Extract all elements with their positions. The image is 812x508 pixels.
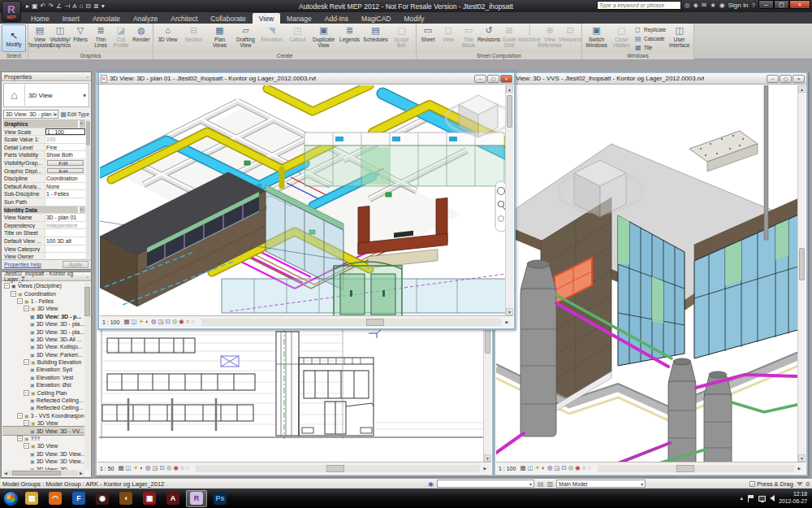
remote-app-icon[interactable]: ▣ [139, 490, 160, 507]
tree-item[interactable]: − ▣ 1 - Felles [2, 297, 84, 305]
app-titlebar[interactable]: RMEP ▸▣↶↷∠⊣A⌂⊟≣▾ Autodesk Revit MEP 2012… [0, 0, 812, 12]
ribbon-tab[interactable]: Architect [164, 13, 204, 24]
ribbon-tab[interactable]: Modify [397, 13, 430, 24]
ribbon-button[interactable]: ▭Title Block [459, 24, 478, 48]
ribbon-button[interactable]: ◳Callout [285, 24, 310, 42]
property-row[interactable]: Sub-Discipline 1 - Felles [3, 190, 85, 198]
property-row[interactable]: View Owner [3, 253, 85, 258]
worksharing-display-icon[interactable]: ◌ [587, 464, 590, 472]
tree-item[interactable]: − ▣ Ceiling Plan [2, 389, 84, 396]
floating-3d-view-window[interactable]: R 3D View: 3D - plan 01 - Jtest02_ihopsa… [97, 72, 516, 330]
unlock-view-icon[interactable]: ○ [180, 464, 184, 472]
communication-center-icon[interactable]: ✉ [702, 2, 707, 9]
shadows-icon[interactable]: ◐ [145, 318, 149, 326]
fsecure-icon[interactable]: F [68, 490, 89, 507]
visual-style-icon[interactable]: ◫ [126, 464, 132, 472]
sign-in-link[interactable]: Sign In [728, 2, 749, 9]
property-row[interactable]: Title on Sheet [3, 229, 85, 237]
design-option-combo[interactable]: Main Model▾ [556, 480, 646, 488]
ribbon-small-button[interactable]: ◻Replicate [635, 26, 666, 33]
ribbon-button[interactable]: ▣Duplicate View [311, 24, 336, 48]
filter-icon[interactable] [797, 482, 803, 486]
visual-style-icon[interactable]: ◫ [132, 318, 137, 326]
property-row[interactable]: View Category [3, 245, 85, 254]
tree-expander-icon[interactable]: − [24, 420, 29, 426]
browser-vertical-scrollbar[interactable] [84, 282, 90, 470]
ribbon-tab[interactable]: Analyze [127, 13, 164, 24]
undo-icon[interactable]: ↶ [41, 1, 46, 11]
tree-expander-icon[interactable]: − [17, 298, 23, 304]
ribbon-tab[interactable]: MagiCAD [355, 13, 397, 24]
property-row[interactable]: Visibility/Grap... Edit... [3, 159, 85, 167]
ribbon-button[interactable]: ≣Legends [337, 24, 362, 42]
tree-item[interactable]: − ▣ 3D View: Kollisjo... [2, 343, 84, 350]
close-button[interactable]: × [793, 75, 805, 83]
explorer-icon[interactable]: ▤ [21, 490, 42, 507]
ribbon-tab[interactable]: Home [24, 13, 56, 24]
gray-inactive-icon[interactable]: ▥ [547, 480, 554, 488]
reveal-hidden-icon[interactable]: ◉ [173, 464, 179, 472]
property-row[interactable]: Scale Value 1: 100 [3, 136, 85, 144]
vvs-3d-view-window[interactable]: R 3D View: 3D - VVS - Jtest02_ihopsatt -… [494, 72, 808, 476]
workset-combo[interactable]: ▾ [437, 480, 534, 488]
press-drag-checkbox[interactable]: ✓Press & Drag [749, 480, 793, 488]
sun-path-icon[interactable]: ☀ [139, 318, 145, 326]
property-row[interactable]: View Name 3D - plan 01 [3, 214, 85, 222]
ribbon-button[interactable]: ▽Filters [71, 24, 90, 42]
temporary-hide-icon[interactable]: ◎ [172, 318, 178, 326]
measure-icon[interactable]: ∠ [56, 1, 62, 11]
browser-horizontal-scrollbar[interactable]: ◀▶ [2, 470, 84, 476]
favorites-icon[interactable]: ★ [710, 2, 715, 9]
photoshop-icon[interactable]: Ps [209, 490, 231, 507]
show-rendering-icon[interactable]: ◍ [547, 464, 553, 472]
tree-item[interactable]: − ▣ Elevation: Vest [2, 374, 84, 381]
tree-item[interactable]: − ▣ 3D View [2, 305, 84, 312]
panel-label-windows[interactable]: Windows [582, 53, 693, 59]
open-icon[interactable]: ▸ [26, 1, 29, 11]
minimize-button[interactable]: – [767, 75, 779, 83]
ribbon-button[interactable]: ▤Schedules [363, 24, 388, 42]
ribbon-button[interactable]: ┆Matchline [520, 24, 539, 42]
infocenter-search-input[interactable] [597, 1, 681, 10]
tree-expander-icon[interactable]: − [11, 291, 16, 297]
ribbon-tab[interactable]: Add-Ins [318, 13, 355, 24]
ribbon-tab[interactable]: View [253, 13, 280, 24]
tree-expander-icon[interactable]: − [24, 443, 29, 449]
tree-item[interactable]: − ▣ Building Elevation [2, 358, 84, 366]
help-icon[interactable]: ? [752, 2, 755, 9]
media-app-icon[interactable]: ◖ [115, 490, 136, 507]
tree-item[interactable]: − ▣ 3D View: 3D - pla... [2, 328, 84, 335]
floating-window-titlebar[interactable]: R 3D View: 3D - plan 01 - Jtest02_ihopsa… [99, 73, 514, 85]
crop-view-icon[interactable]: ◳ [554, 464, 559, 472]
tree-item[interactable]: − ▣ 3D View: 3D-All ... [2, 336, 84, 343]
detail-level-icon[interactable]: ▦ [520, 464, 525, 472]
ribbon-button[interactable]: ▢Scope Box [389, 24, 414, 48]
apply-button[interactable]: Apply [63, 261, 89, 268]
thin-lines-icon[interactable]: ≣ [93, 1, 99, 11]
tree-expander-icon[interactable]: − [17, 436, 23, 441]
reveal-hidden-icon[interactable]: ◉ [575, 464, 581, 472]
project-browser-header[interactable]: Jtest02_ihopsatt - Kontor og Lager_2...▫ [2, 272, 91, 281]
restore-button[interactable]: ▢ [780, 75, 792, 83]
ribbon-button[interactable]: ▤View Templates [30, 24, 50, 48]
view-instance-combo[interactable]: 3D View: 3D - plan i▾ [3, 110, 58, 119]
autocad-icon[interactable]: A [162, 490, 184, 507]
search-icon[interactable]: ◎ [685, 2, 690, 9]
close-button[interactable]: × [789, 0, 810, 9]
tree-expander-icon[interactable]: − [24, 359, 29, 365]
visual-style-icon[interactable]: ◫ [528, 464, 533, 472]
property-row[interactable]: Discipline Coordination [3, 175, 85, 183]
edit-type-button[interactable]: ▦Edit Type [60, 111, 89, 118]
tag-icon[interactable]: A [72, 1, 76, 11]
property-row[interactable]: Sun Path [3, 198, 85, 206]
ribbon-tab[interactable]: Manage [280, 13, 318, 24]
properties-help-link[interactable]: Properties help [4, 262, 41, 267]
ribbon-button[interactable]: ⊕View Reference [540, 24, 559, 48]
detail-level-icon[interactable]: ▦ [119, 464, 124, 472]
reveal-hidden-icon[interactable]: ◉ [179, 318, 184, 326]
crop-region-icon[interactable]: ⊡ [562, 464, 567, 472]
tree-item[interactable]: − ▣ Coordination [2, 289, 84, 297]
property-row[interactable]: Graphic Displ... Edit... [3, 167, 85, 176]
crop-region-icon[interactable]: ⊡ [166, 318, 171, 326]
unlock-view-icon[interactable]: ○ [186, 318, 190, 326]
